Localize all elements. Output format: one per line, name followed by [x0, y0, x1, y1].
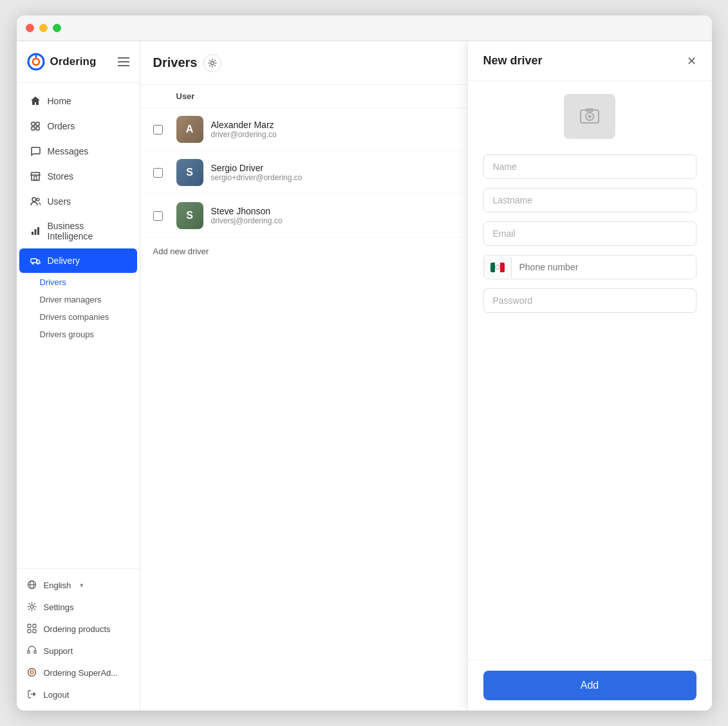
svg-rect-3: [32, 122, 35, 126]
gear-icon: [27, 602, 37, 612]
driver-avatar-1: A: [176, 116, 203, 143]
svg-point-19: [30, 605, 33, 608]
svg-point-26: [28, 669, 35, 676]
home-icon: [30, 95, 41, 107]
logo-text: Ordering: [50, 55, 97, 68]
sidebar-item-home-label: Home: [48, 96, 71, 106]
phone-input[interactable]: [512, 256, 696, 279]
phone-country-selector[interactable]: [484, 257, 512, 277]
panel-body: [468, 81, 712, 660]
ordering-products-item[interactable]: Ordering products: [17, 618, 140, 640]
globe-icon: [27, 580, 37, 590]
svg-point-9: [37, 198, 39, 201]
hamburger-menu[interactable]: [118, 57, 129, 66]
main-content: Drivers Add dr User Details: [140, 41, 712, 711]
language-chevron: ▾: [80, 581, 84, 590]
minimize-button[interactable]: [39, 24, 48, 32]
close-button[interactable]: [26, 24, 34, 32]
subnav-item-drivers-companies[interactable]: Drivers companies: [30, 308, 140, 326]
sidebar-nav: Home Orders Messages: [17, 83, 140, 568]
svg-point-33: [496, 265, 499, 270]
svg-point-1: [33, 59, 39, 65]
sidebar-item-messages[interactable]: Messages: [19, 139, 137, 163]
grid-icon: [27, 624, 37, 634]
stores-icon: [30, 171, 41, 182]
panel-footer: Add: [468, 660, 712, 711]
svg-point-15: [37, 263, 39, 265]
users-icon: [30, 196, 41, 207]
panel-title: New driver: [483, 54, 543, 68]
svg-rect-24: [28, 651, 30, 653]
sidebar: Ordering Home Orders: [17, 41, 140, 711]
header-check: [153, 91, 176, 101]
drivers-settings-button[interactable]: [203, 54, 221, 72]
ordering-products-label: Ordering products: [44, 624, 111, 634]
svg-rect-12: [37, 227, 39, 235]
orders-icon: [30, 120, 41, 132]
logout-label: Logout: [44, 690, 70, 700]
panel-close-button[interactable]: ✕: [687, 55, 696, 67]
delivery-icon: [30, 255, 41, 266]
svg-point-8: [32, 198, 36, 201]
ordering-super-ad-item[interactable]: Ordering SuperAd...: [17, 662, 140, 684]
svg-rect-22: [28, 629, 31, 633]
svg-rect-25: [34, 651, 36, 653]
language-label: English: [44, 581, 71, 590]
sidebar-item-bi-label: Business Intelligence: [48, 221, 127, 241]
support-label: Support: [44, 646, 73, 656]
sidebar-item-users[interactable]: Users: [19, 189, 137, 214]
sidebar-item-stores[interactable]: Stores: [19, 164, 137, 189]
driver-avatar-2: S: [176, 159, 203, 186]
sidebar-item-orders[interactable]: Orders: [19, 114, 137, 138]
checkbox-3[interactable]: [153, 211, 163, 221]
sidebar-item-delivery-label: Delivery: [48, 256, 80, 266]
subnav-item-drivers[interactable]: Drivers: [30, 274, 140, 291]
checkbox-2[interactable]: [153, 168, 163, 178]
delivery-subnav: Drivers Driver managers Drivers companie…: [17, 274, 140, 343]
sidebar-item-delivery[interactable]: Delivery: [19, 248, 137, 273]
app-window: Ordering Home Orders: [17, 15, 712, 711]
row-checkbox-3[interactable]: [153, 211, 176, 221]
subnav-item-drivers-groups[interactable]: Drivers groups: [30, 326, 140, 343]
lastname-input[interactable]: [483, 188, 696, 212]
svg-rect-4: [36, 122, 39, 126]
mexico-flag: [490, 263, 505, 272]
svg-point-27: [30, 671, 33, 674]
driver-avatar-3: S: [176, 202, 203, 229]
add-driver-submit-button[interactable]: Add: [483, 671, 696, 700]
password-input[interactable]: [483, 288, 696, 313]
svg-rect-20: [28, 624, 31, 628]
svg-rect-13: [31, 259, 37, 263]
subnav-item-driver-managers[interactable]: Driver managers: [30, 291, 140, 308]
maximize-button[interactable]: [53, 24, 61, 32]
email-input[interactable]: [483, 221, 696, 246]
logout-icon: [27, 689, 37, 700]
phone-field: [483, 255, 696, 279]
svg-rect-10: [32, 232, 33, 235]
row-checkbox-2[interactable]: [153, 168, 176, 178]
ordering-ring-icon: [27, 667, 37, 678]
chart-icon: [30, 225, 41, 237]
logout-item[interactable]: Logout: [17, 684, 140, 705]
svg-point-31: [588, 115, 592, 118]
photo-upload-button[interactable]: [564, 94, 615, 139]
name-input[interactable]: [483, 154, 696, 179]
language-selector[interactable]: English ▾: [17, 574, 140, 596]
svg-rect-7: [34, 176, 37, 180]
messages-icon: [30, 145, 41, 157]
row-checkbox-1[interactable]: [153, 125, 176, 135]
new-driver-panel: New driver ✕: [467, 41, 712, 711]
checkbox-1[interactable]: [153, 125, 163, 135]
support-item[interactable]: Support: [17, 640, 140, 662]
sidebar-item-home[interactable]: Home: [19, 89, 137, 113]
settings-item[interactable]: Settings: [17, 596, 140, 618]
panel-header: New driver ✕: [468, 41, 712, 81]
ordering-super-ad-label: Ordering SuperAd...: [44, 668, 118, 678]
svg-rect-21: [33, 624, 36, 628]
svg-rect-23: [33, 629, 36, 633]
settings-label: Settings: [44, 602, 74, 612]
sidebar-item-orders-label: Orders: [48, 121, 75, 131]
sidebar-item-business-intelligence[interactable]: Business Intelligence: [19, 214, 137, 248]
svg-rect-6: [36, 127, 39, 130]
sidebar-item-messages-label: Messages: [48, 146, 89, 156]
